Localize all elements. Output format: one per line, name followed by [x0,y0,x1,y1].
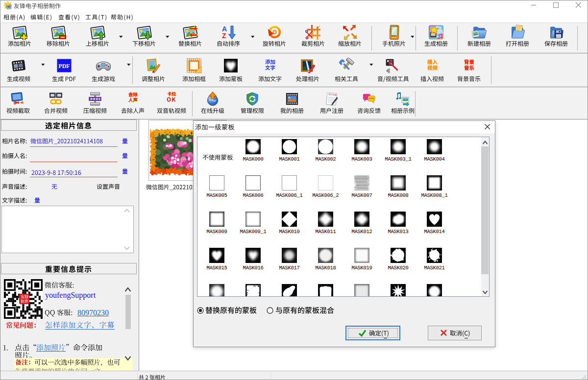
svg-text:PDF: PDF [58,63,70,70]
svg-text:Z: Z [222,32,226,40]
